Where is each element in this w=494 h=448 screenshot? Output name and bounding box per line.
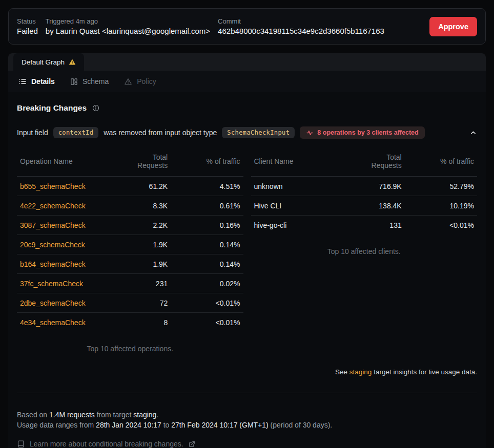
operations-caption: Top 10 affected operations. [17,345,243,353]
affected-badge-label: 8 operations by 3 clients affected [317,129,418,136]
tab-details[interactable]: Details [18,77,55,86]
affected-tables: Operation Name Total Requests % of traff… [17,146,477,353]
operation-traffic: 0.14% [171,235,243,254]
tab-policy-label: Policy [137,77,156,86]
schema-check-page: Status Failed Triggered 4m ago by Laurin… [0,0,494,448]
chevron-up-icon[interactable] [469,129,477,137]
based-suffix: . [156,411,158,419]
client-requests: 131 [353,216,405,235]
operation-traffic: 0.02% [171,274,243,293]
client-name: hive-go-cli [251,216,353,235]
client-traffic: <0.01% [405,216,477,235]
operation-row: 20c9_schemaCheck 1.9K 0.14% [17,235,243,254]
insights-note: See staging target insights for live usa… [17,368,477,376]
requests-count: 1.4M requests [49,411,95,419]
usage-range-line: Usage data ranges from 28th Jan 2024 10:… [17,420,477,430]
col-traffic: % of traffic [405,146,477,177]
operation-link[interactable]: 37fc_schemaCheck [20,280,83,288]
operation-requests: 72 [119,293,171,313]
commit-label: Commit [218,17,384,25]
col-operation-name: Operation Name [17,146,119,177]
operation-requests: 61.2K [119,177,171,196]
col-client-name: Client Name [251,146,353,177]
info-icon[interactable] [92,104,99,112]
range-end-date: 27th Feb 2024 10:17 (GMT+1) [171,421,269,429]
triggered-group: Triggered 4m ago by Laurin Quast <laurin… [46,17,210,35]
staging-link[interactable]: staging [349,368,372,376]
change-text-prefix: Input field [17,129,48,137]
clients-header-row: Client Name Total Requests % of traffic [251,146,478,177]
breaking-change-row[interactable]: Input field contextId was removed from i… [17,126,477,139]
operation-link[interactable]: b164_schemaCheck [20,260,86,268]
operations-table: Operation Name Total Requests % of traff… [17,146,243,332]
check-panel: Details Schema Policy Breaking Changes [8,71,486,448]
operation-traffic: <0.01% [171,293,243,313]
usage-summary-line: Based on 1.4M requests from target stagi… [17,410,477,420]
clients-column: Client Name Total Requests % of traffic … [251,146,478,353]
tab-details-label: Details [31,77,55,86]
operation-traffic: 4.51% [171,177,243,196]
operation-link[interactable]: b655_schemaCheck [20,182,86,190]
operation-requests: 2.2K [119,216,171,235]
type-code-chip: SchemaCheckInput [222,127,295,138]
commit-group: Commit 462b48000c34198115c34e9c2d3660f5b… [218,17,384,35]
operation-row: b655_schemaCheck 61.2K 4.51% [17,177,243,196]
approve-button[interactable]: Approve [429,17,477,36]
operation-row: 37fc_schemaCheck 231 0.02% [17,274,243,293]
status-group: Status Failed [17,17,38,35]
operation-traffic: 0.14% [171,254,243,274]
operation-requests: 8 [119,313,171,332]
tab-default-graph[interactable]: Default Graph [13,53,84,71]
operation-link[interactable]: 4e22_schemaCheck [20,202,86,210]
operation-requests: 1.9K [119,254,171,274]
usage-footer: Based on 1.4M requests from target stagi… [17,410,477,448]
based-middle: from target [95,411,133,419]
operation-requests: 8.3K [119,196,171,216]
range-suffix: (period of 30 days). [269,421,333,429]
tab-policy[interactable]: Policy [124,77,156,86]
pulse-icon [306,130,314,136]
learn-more-link[interactable]: Learn more about conditional breaking ch… [30,440,183,448]
insights-prefix: See [335,368,349,376]
details-content: Breaking Changes Input field contextId w… [8,92,486,448]
based-prefix: Based on [17,411,49,419]
operation-requests: 1.9K [119,235,171,254]
triggered-label: Triggered 4m ago [46,17,210,25]
range-prefix: Usage data ranges from [17,421,96,429]
operation-requests: 231 [119,274,171,293]
operation-link[interactable]: 4e34_schemaCheck [20,318,86,327]
client-row: Hive CLI 138.4K 10.19% [251,196,478,216]
graph-tabstrip: Default Graph [8,53,486,71]
change-text-middle: was removed from input object type [104,129,217,137]
commit-hash: 462b48000c34198115c34e9c2d3660f5b1167163 [218,27,384,35]
status-value: Failed [17,27,38,35]
client-name: unknown [251,177,353,196]
tab-schema-label: Schema [83,77,109,86]
operation-row: 4e22_schemaCheck 8.3K 0.61% [17,196,243,216]
warning-triangle-icon [69,59,76,66]
col-traffic: % of traffic [171,146,243,177]
target-name: staging [133,411,156,419]
schema-icon [70,78,78,86]
client-row: unknown 716.9K 52.79% [251,177,478,196]
insights-suffix: target insights for live usage data. [372,368,477,376]
operation-link[interactable]: 20c9_schemaCheck [20,241,85,249]
range-to: to [161,421,171,429]
range-start-date: 28th Jan 2024 10:17 [96,421,161,429]
client-traffic: 52.79% [405,177,477,196]
list-icon [18,77,27,86]
col-total-requests: Total Requests [119,146,171,177]
operation-row: 3087_schemaCheck 2.2K 0.16% [17,216,243,235]
triggered-author: by Laurin Quast <laurinquast@googlemail.… [46,27,210,35]
operation-link[interactable]: 3087_schemaCheck [20,221,86,229]
client-requests: 716.9K [353,177,405,196]
view-tabs: Details Schema Policy [8,71,486,92]
affected-badge[interactable]: 8 operations by 3 clients affected [300,126,424,139]
operation-link[interactable]: 2dbe_schemaCheck [20,299,86,307]
tab-schema[interactable]: Schema [70,77,109,86]
field-code-chip: contextId [53,127,99,138]
client-requests: 138.4K [353,196,405,216]
breaking-changes-header: Breaking Changes [17,103,477,113]
col-total-requests: Total Requests [353,146,405,177]
client-traffic: 10.19% [405,196,477,216]
